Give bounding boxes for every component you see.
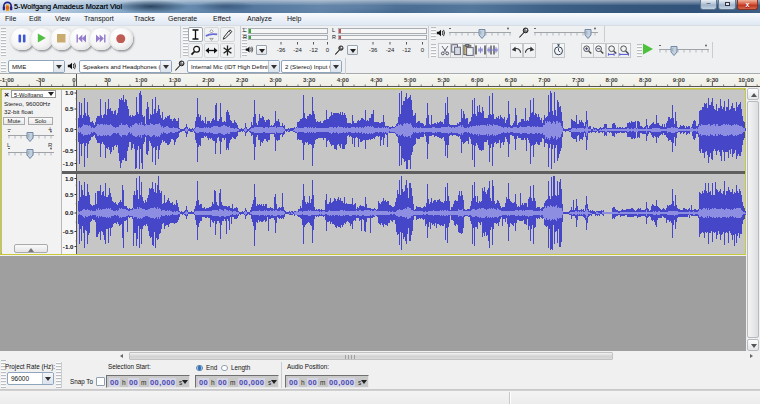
- svg-text:0: 0: [326, 47, 330, 53]
- svg-text:-24: -24: [386, 47, 395, 53]
- svg-text:0.5: 0.5: [65, 191, 74, 198]
- svg-text:-0.5: -0.5: [63, 147, 74, 154]
- svg-text:1:00: 1:00: [135, 76, 148, 83]
- svg-text:-1.0: -1.0: [63, 243, 74, 250]
- svg-text:-12: -12: [309, 47, 318, 53]
- svg-text:6:00: 6:00: [471, 76, 484, 83]
- svg-text:1:30: 1:30: [169, 76, 182, 83]
- svg-text:5:00: 5:00: [404, 76, 417, 83]
- svg-text:-0.5: -0.5: [63, 228, 74, 235]
- svg-text:0.0: 0.0: [65, 126, 74, 133]
- svg-text:7:00: 7:00: [538, 76, 551, 83]
- svg-text:6:30: 6:30: [505, 76, 518, 83]
- svg-text:9:00: 9:00: [673, 76, 686, 83]
- svg-text:-36: -36: [369, 47, 378, 53]
- svg-text:4:00: 4:00: [337, 76, 350, 83]
- svg-text:3:00: 3:00: [269, 76, 282, 83]
- svg-text:2:30: 2:30: [236, 76, 249, 83]
- svg-text:0: 0: [421, 47, 425, 53]
- svg-text:7:30: 7:30: [572, 76, 585, 83]
- svg-text:30: 30: [104, 76, 111, 83]
- svg-text:-36: -36: [277, 47, 286, 53]
- svg-text:9:30: 9:30: [706, 76, 719, 83]
- svg-text:3:30: 3:30: [303, 76, 316, 83]
- svg-text:5:30: 5:30: [437, 76, 450, 83]
- svg-text:10:00: 10:00: [738, 76, 754, 83]
- svg-text:4:30: 4:30: [370, 76, 383, 83]
- svg-text:-1:00: -1:00: [0, 76, 15, 83]
- svg-text:0.0: 0.0: [65, 209, 74, 216]
- svg-text:8:00: 8:00: [605, 76, 618, 83]
- svg-text:8:30: 8:30: [639, 76, 652, 83]
- svg-text:-12: -12: [402, 47, 411, 53]
- svg-text:1.0: 1.0: [65, 89, 74, 96]
- svg-text:0: 0: [72, 76, 76, 83]
- svg-text:1.0: 1.0: [65, 175, 74, 182]
- svg-text:2:00: 2:00: [202, 76, 215, 83]
- svg-text:-1.0: -1.0: [63, 160, 74, 167]
- svg-text:-24: -24: [293, 47, 302, 53]
- svg-text:-30: -30: [36, 76, 45, 83]
- svg-text:0.5: 0.5: [65, 105, 74, 112]
